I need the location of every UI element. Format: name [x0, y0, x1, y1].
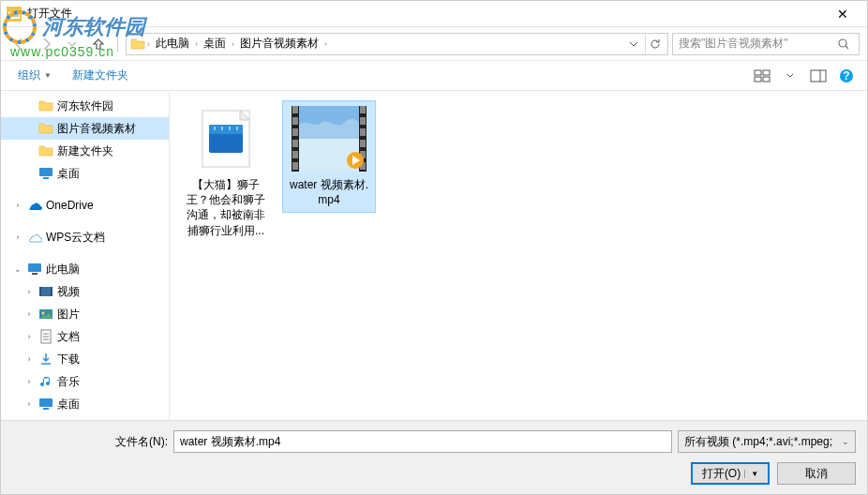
address-dropdown-button[interactable] — [624, 34, 643, 54]
svg-rect-43 — [292, 162, 298, 170]
desktop-icon — [38, 397, 53, 412]
filetype-dropdown[interactable]: 所有视频 (*.mp4;*.avi;*.mpeg; ⌄ — [678, 430, 856, 453]
sidebar-item-label: 图片音视频素材 — [57, 121, 136, 137]
image-icon — [38, 307, 53, 322]
open-button[interactable]: 打开(O) ▼ — [691, 462, 770, 485]
sidebar-item-label: OneDrive — [46, 199, 94, 212]
svg-rect-39 — [292, 140, 298, 147]
breadcrumb-item[interactable]: 图片音视频素材 — [236, 34, 322, 53]
desktop-icon — [38, 166, 53, 181]
svg-rect-14 — [28, 263, 41, 272]
nav-up-button[interactable] — [87, 33, 110, 55]
split-caret-icon: ▼ — [744, 470, 758, 478]
sidebar-item[interactable]: ›图片 — [1, 303, 169, 325]
video-icon — [38, 284, 53, 299]
download-icon — [38, 352, 53, 367]
sidebar-item-label: 音乐 — [57, 374, 80, 390]
docs-icon — [38, 329, 53, 344]
sidebar-item-label: 新建文件夹 — [57, 143, 113, 159]
bottom-bar: 文件名(N): 所有视频 (*.mp4;*.avi;*.mpeg; ⌄ 打开(O… — [1, 420, 867, 494]
svg-rect-4 — [755, 70, 761, 75]
nav-separator — [117, 36, 118, 52]
svg-text:?: ? — [843, 69, 849, 82]
search-icon[interactable] — [834, 35, 853, 53]
sidebar-item-label: 图片 — [57, 307, 80, 322]
sidebar-item[interactable]: 桌面 — [1, 162, 169, 185]
sidebar-item-label: WPS云文档 — [46, 230, 105, 246]
svg-rect-8 — [811, 70, 826, 82]
organize-button[interactable]: 组织▼ — [10, 64, 59, 87]
file-label: 【大猫】狮子王？他会和狮子沟通，却被南非捕狮行业利用... — [183, 177, 269, 238]
svg-rect-16 — [39, 287, 52, 296]
svg-rect-35 — [292, 117, 298, 125]
sidebar-item[interactable]: ›音乐 — [1, 370, 169, 393]
sidebar-item[interactable]: ›文档 — [1, 325, 169, 348]
new-folder-button[interactable]: 新建文件夹 — [65, 64, 136, 87]
svg-rect-34 — [360, 106, 366, 113]
svg-rect-37 — [292, 128, 298, 136]
nav-history-caret[interactable] — [61, 33, 83, 55]
svg-rect-31 — [292, 106, 299, 172]
wps-icon — [27, 230, 42, 245]
svg-rect-22 — [39, 398, 52, 407]
nav-forward-button[interactable] — [35, 33, 57, 55]
svg-rect-17 — [39, 287, 41, 296]
svg-rect-12 — [39, 168, 52, 176]
sidebar-item[interactable]: ›桌面 — [1, 393, 169, 415]
close-button[interactable]: ✕ — [824, 1, 861, 26]
file-item[interactable]: 【大猫】狮子王？他会和狮子沟通，却被南非捕狮行业利用... — [179, 100, 273, 244]
search-input[interactable]: 搜索"图片音视频素材" — [672, 33, 860, 55]
svg-rect-13 — [43, 177, 49, 179]
file-item[interactable]: water 视频素材.mp4 — [282, 100, 376, 213]
filename-label: 文件名(N): — [12, 434, 168, 450]
folder-icon — [38, 143, 53, 158]
address-bar[interactable]: › 此电脑 › 桌面 › 图片音视频素材 › — [126, 33, 668, 55]
view-caret[interactable] — [779, 65, 801, 87]
filename-input[interactable] — [173, 430, 672, 453]
svg-rect-7 — [763, 77, 770, 82]
main-area: 河东软件园图片音视频素材新建文件夹桌面›OneDrive›WPS云文档⌄此电脑›… — [1, 91, 867, 453]
file-list[interactable]: 【大猫】狮子王？他会和狮子沟通，却被南非捕狮行业利用...water 视频素材.… — [170, 91, 867, 453]
breadcrumb-item[interactable]: 桌面 — [200, 34, 230, 53]
svg-rect-15 — [32, 273, 37, 275]
sidebar-item[interactable]: ›WPS云文档 — [1, 226, 169, 248]
sidebar-item[interactable]: ›OneDrive — [1, 194, 169, 217]
cancel-button[interactable]: 取消 — [777, 462, 856, 485]
nav-back-button[interactable] — [8, 33, 31, 55]
file-thumbnail — [188, 106, 263, 172]
view-mode-button[interactable] — [751, 65, 773, 87]
sidebar-item[interactable]: ⌄此电脑 — [1, 258, 169, 280]
sidebar-item[interactable]: 图片音视频素材 — [1, 117, 169, 140]
twisty-icon: › — [23, 309, 35, 319]
svg-point-3 — [839, 39, 846, 47]
svg-rect-23 — [43, 408, 49, 410]
titlebar: 打开文件 ✕ — [1, 1, 867, 27]
onedrive-icon — [27, 198, 42, 213]
sidebar-item[interactable]: 河东软件园 — [1, 95, 169, 117]
twisty-icon: › — [23, 399, 35, 409]
refresh-button[interactable] — [645, 34, 664, 54]
sidebar-item-label: 下载 — [57, 352, 80, 368]
twisty-icon: › — [23, 354, 35, 364]
help-button[interactable]: ? — [835, 65, 858, 87]
sidebar-item-label: 桌面 — [57, 166, 80, 182]
svg-rect-29 — [209, 125, 243, 134]
sidebar-item[interactable]: ›下载 — [1, 348, 169, 370]
toolbar: 组织▼ 新建文件夹 ? — [1, 61, 867, 91]
nav-row: › 此电脑 › 桌面 › 图片音视频素材 › 搜索"图片音视频素材" — [1, 27, 867, 61]
folder-icon — [38, 98, 53, 113]
twisty-icon: ⌄ — [12, 264, 23, 274]
twisty-icon: › — [23, 287, 35, 296]
folder-icon — [38, 121, 53, 136]
svg-rect-40 — [360, 140, 366, 147]
breadcrumb-item[interactable]: 此电脑 — [152, 34, 193, 53]
svg-rect-5 — [763, 70, 770, 75]
search-placeholder: 搜索"图片音视频素材" — [679, 36, 829, 52]
preview-pane-button[interactable] — [807, 65, 830, 87]
sidebar-item[interactable]: ›视频 — [1, 280, 169, 303]
breadcrumb-folder-icon — [130, 37, 145, 52]
pc-icon — [27, 262, 42, 277]
svg-rect-18 — [51, 287, 52, 296]
sidebar-item[interactable]: 新建文件夹 — [1, 140, 169, 162]
sidebar-item-label: 河东软件园 — [57, 98, 113, 114]
